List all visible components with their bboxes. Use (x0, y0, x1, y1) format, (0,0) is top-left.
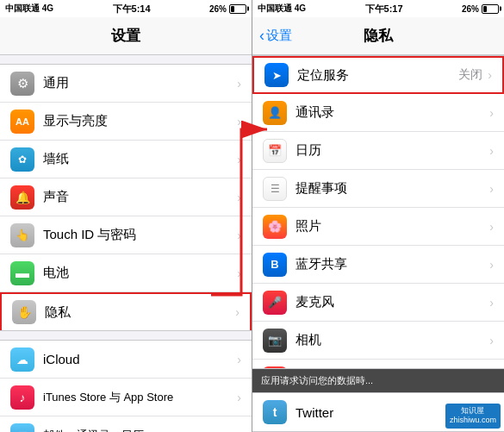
twitter-icon: t (263, 400, 287, 424)
back-button[interactable]: ‹ 设置 (259, 27, 292, 45)
privacy-reminders[interactable]: ☰ 提醒事项 › (252, 170, 504, 208)
privacy-label: 隐私 (45, 304, 235, 321)
battery-chevron: › (237, 266, 241, 280)
right-battery-pct: 26% (462, 4, 479, 14)
icloud-icon: ☁ (10, 347, 34, 372)
back-label: 设置 (266, 28, 292, 44)
battery-icon2: ▬ (10, 261, 34, 285)
sound-icon: 🔔 (10, 185, 34, 210)
settings-general[interactable]: ⚙ 通用 › (0, 65, 252, 103)
contacts-label: 通讯录 (296, 104, 489, 121)
bluetooth-chevron: › (489, 258, 494, 272)
location-chevron: › (488, 68, 492, 82)
notice-bar: 应用请求访问您的数据時... (252, 369, 504, 392)
watermark-line2: zhishiwu.com (450, 416, 496, 426)
left-nav-bar: 设置 (0, 17, 252, 55)
right-status-bar: 中国联通 4G 下午5:17 26% (252, 0, 504, 17)
right-section-1: ➤ 定位服务 关闭 › 👤 通讯录 › 📅 日历 › ☰ 提醒事项 › 🌸 照片… (252, 55, 504, 369)
privacy-icon: ✋ (12, 300, 36, 324)
display-icon: AA (10, 110, 34, 134)
contacts-chevron: › (489, 106, 494, 120)
watermark: 知识屋 zhishiwu.com (445, 404, 501, 429)
general-icon: ⚙ (10, 72, 34, 96)
left-battery-icon (229, 4, 246, 14)
touchid-icon: 👆 (10, 223, 34, 247)
sound-chevron: › (237, 191, 241, 204)
right-battery-icon (482, 4, 499, 14)
settings-privacy[interactable]: ✋ 隐私 › (0, 292, 252, 330)
left-carrier: 中国联通 4G (5, 3, 53, 15)
settings-battery[interactable]: ▬ 电池 › (0, 254, 252, 292)
calendar-icon: 📅 (263, 139, 287, 163)
watermark-line1: 知识屋 (450, 406, 496, 416)
right-nav-title: 隐私 (364, 26, 393, 46)
mail-label: 邮件、通讯录、日历 (43, 428, 237, 433)
reminders-chevron: › (489, 182, 494, 196)
settings-mail[interactable]: ✉ 邮件、通讯录、日历 › (0, 416, 252, 432)
settings-touchid[interactable]: 👆 Touch ID 与密码 › (0, 216, 252, 254)
privacy-health[interactable]: ♥ 健康 › (252, 360, 504, 369)
notice-text: 应用请求访问您的数据時... (261, 375, 373, 385)
right-nav-bar: ‹ 设置 隐私 (252, 17, 504, 55)
privacy-camera[interactable]: 📷 相机 › (252, 322, 504, 360)
settings-wallpaper[interactable]: ✿ 墙纸 › (0, 141, 252, 178)
mic-icon: 🎤 (263, 291, 287, 315)
calendar-label: 日历 (296, 142, 489, 159)
photos-chevron: › (489, 220, 494, 234)
general-chevron: › (237, 77, 241, 91)
icloud-label: iCloud (43, 352, 237, 366)
right-battery-area: 26% (462, 4, 499, 14)
wallpaper-label: 墙纸 (43, 151, 237, 167)
photos-label: 照片 (296, 218, 489, 235)
mic-chevron: › (489, 296, 494, 310)
camera-label: 相机 (296, 332, 489, 348)
privacy-contacts[interactable]: 👤 通讯录 › (252, 94, 504, 132)
reminders-icon: ☰ (263, 177, 287, 201)
location-value: 关闭 (458, 67, 482, 83)
location-icon: ➤ (264, 63, 289, 87)
privacy-calendar[interactable]: 📅 日历 › (252, 132, 504, 170)
right-time: 下午5:17 (365, 3, 403, 16)
right-carrier: 中国联通 4G (258, 3, 306, 15)
left-status-bar: 中国联通 4G 下午5:14 26% (0, 0, 252, 17)
calendar-chevron: › (489, 144, 494, 158)
privacy-mic[interactable]: 🎤 麦克风 › (252, 284, 504, 322)
left-section-1: ⚙ 通用 › AA 显示与亮度 › ✿ 墙纸 › 🔔 声音 › 👆 Touch … (0, 64, 252, 331)
mic-label: 麦克风 (296, 294, 489, 310)
bluetooth-label: 蓝牙共享 (296, 256, 489, 272)
itunes-label: iTunes Store 与 App Store (43, 390, 237, 405)
privacy-location[interactable]: ➤ 定位服务 关闭 › (252, 56, 504, 94)
left-battery-pct: 26% (209, 4, 227, 14)
camera-icon: 📷 (263, 329, 287, 353)
right-panel: 中国联通 4G 下午5:17 26% ‹ 设置 隐私 ➤ 定位服务 关闭 › 👤… (252, 0, 504, 432)
left-nav-title: 设置 (111, 26, 140, 46)
settings-sound[interactable]: 🔔 声音 › (0, 178, 252, 216)
settings-icloud[interactable]: ☁ iCloud › (0, 341, 252, 379)
right-battery-fill (483, 6, 487, 12)
left-panel: 中国联通 4G 下午5:14 26% 设置 ⚙ 通用 › AA 显示与亮度 › … (0, 0, 252, 432)
watermark-box: 知识屋 zhishiwu.com (445, 404, 501, 429)
left-battery-area: 26% (209, 4, 246, 14)
settings-display[interactable]: AA 显示与亮度 › (0, 103, 252, 141)
location-label: 定位服务 (297, 67, 458, 84)
itunes-icon: ♪ (10, 385, 34, 410)
general-label: 通用 (43, 75, 237, 91)
touchid-label: Touch ID 与密码 (43, 227, 237, 243)
privacy-photos[interactable]: 🌸 照片 › (252, 208, 504, 246)
reminders-label: 提醒事项 (296, 180, 489, 197)
left-battery-fill (231, 6, 234, 12)
camera-chevron: › (489, 334, 494, 347)
battery-label: 电池 (43, 265, 237, 281)
wallpaper-icon: ✿ (10, 147, 34, 172)
display-chevron: › (237, 115, 241, 128)
sound-label: 声音 (43, 189, 237, 205)
privacy-bluetooth[interactable]: B 蓝牙共享 › (252, 246, 504, 284)
photos-icon: 🌸 (263, 215, 287, 239)
left-time: 下午5:14 (113, 3, 151, 16)
mail-icon: ✉ (10, 423, 34, 433)
bluetooth-icon: B (263, 253, 287, 277)
settings-itunes[interactable]: ♪ iTunes Store 与 App Store › (0, 379, 252, 416)
privacy-chevron: › (235, 305, 240, 319)
mail-chevron: › (237, 429, 241, 433)
contacts-icon: 👤 (263, 101, 287, 125)
